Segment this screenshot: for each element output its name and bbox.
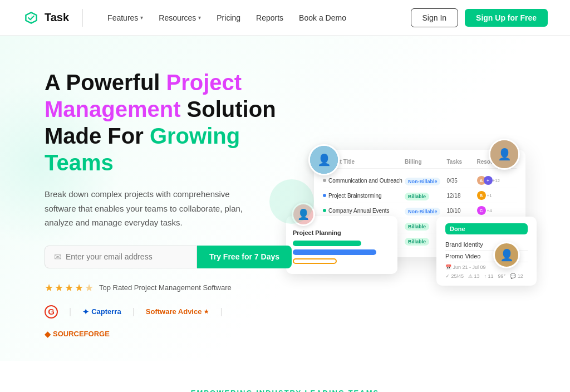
g2-logo: G [45,305,58,318]
logo-icon [22,9,40,27]
status-dot [323,209,326,212]
star-rating: ★ ★ ★ ★ ★ [45,282,94,294]
star-1: ★ [45,282,53,294]
chevron-down-icon: ▾ [198,14,201,21]
star-4: ★ [75,282,83,294]
status-dot [323,194,326,197]
logo[interactable]: Task [22,9,83,27]
rating-text: Top Rated Project Management Software [99,283,232,292]
gantt-bar-3 [293,258,337,264]
card-column-headers: Project Title Billing Tasks Resources [323,159,517,169]
gantt-bar-2 [293,249,376,255]
email-input-wrap: ✉ [45,246,197,268]
avatar-float-3: 👤 [493,242,520,268]
sourceforge-logo: ◆ SOURCEFORGE [45,330,110,339]
nav-links: Features ▾ Resources ▾ Pricing Reports B… [101,9,353,27]
gantt-card: 👤 Project Planning [286,216,397,274]
signup-button[interactable]: Sign Up for Free [465,9,548,27]
done-meta: 📅 Jun 21 - Jul 09 [445,264,528,270]
navbar: Task Features ▾ Resources ▾ Pricing Repo… [0,0,570,36]
email-icon: ✉ [54,252,61,262]
nav-resources[interactable]: Resources ▾ [152,9,208,27]
logo-text: Task [45,11,69,24]
hero-visual: 👤 👤 Project Title Billing Tasks Resource… [292,150,525,257]
status-dot [323,179,326,182]
hero-description: Break down complex projects with compreh… [45,187,256,230]
done-overlay-card: Done Brand Identity Promo Video 📅 Jun 21… [436,217,537,286]
bottom-section: EMPOWERING INDUSTRY LEADING TEAMS McLare… [0,361,570,393]
navbar-right: Sign In Sign Up for Free [411,8,548,27]
nav-book-demo[interactable]: Book a Demo [292,9,353,27]
avatar-float-1: 👤 [308,144,340,175]
avatar-float-2: 👤 [489,139,520,170]
title-highlight-green: GrowingTeams [45,124,240,175]
gantt-label: Project Planning [293,229,391,236]
nav-pricing[interactable]: Pricing [210,9,247,27]
nav-features[interactable]: Features ▾ [101,9,150,27]
star-2: ★ [55,282,63,294]
try-free-button[interactable]: Try Free for 7 Days [197,246,292,268]
table-row: Communication and Outreach Non-Billable … [323,173,517,188]
chevron-down-icon: ▾ [140,14,143,21]
empowering-label: EMPOWERING INDUSTRY LEADING TEAMS [22,389,548,393]
table-row: Project Brainstorming Billable 12/18 B +… [323,188,517,203]
hero-text: A Powerful ProjectManagement SolutionMad… [45,69,292,339]
hero-section: A Powerful ProjectManagement SolutionMad… [0,36,570,361]
software-advice-logo: Software Advice ★ [146,307,209,316]
col-billing: Billing [405,159,444,165]
star-3: ★ [65,282,73,294]
hero-title: A Powerful ProjectManagement SolutionMad… [45,69,292,176]
email-row: ✉ Try Free for 7 Days [45,246,292,268]
partner-logos-row: G | ✦ Capterra | Software Advice ★ | ◆ S… [45,305,292,339]
title-highlight-pink: ProjectManagement [45,70,242,121]
capterra-logo: ✦ Capterra [82,307,121,316]
gantt-bar-1 [293,241,361,246]
email-input[interactable] [66,252,188,261]
signin-button[interactable]: Sign In [411,8,459,27]
col-tasks: Tasks [446,159,474,165]
ratings-row: ★ ★ ★ ★ ★ Top Rated Project Management S… [45,282,292,294]
done-header: Done [445,223,528,234]
nav-reports[interactable]: Reports [249,9,290,27]
navbar-left: Task Features ▾ Resources ▾ Pricing Repo… [22,9,353,27]
star-half: ★ [85,282,94,294]
done-stats: ✓ 25/45 ⚠ 13 ↑ 11 99° 💬 12 [445,273,528,279]
